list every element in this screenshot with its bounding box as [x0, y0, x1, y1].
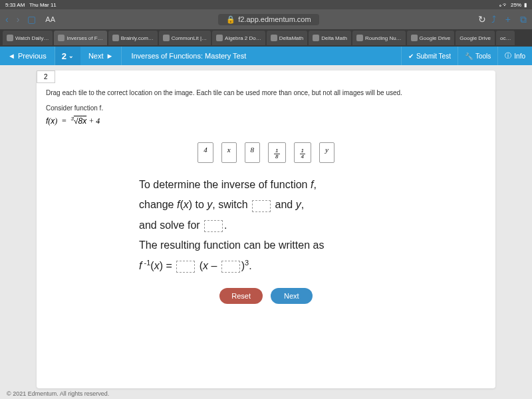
- site-icon: [356, 35, 363, 41]
- tile-8[interactable]: 8: [245, 142, 261, 163]
- tab-deltamath2[interactable]: Delta Math: [309, 31, 351, 45]
- battery-pct: 25%: [511, 2, 521, 8]
- site-icon: [7, 35, 13, 41]
- site-icon: [58, 35, 65, 41]
- result-line: The resulting function can be written as: [139, 239, 324, 251]
- status-time: 5:33 AM: [5, 2, 25, 8]
- ipad-status-bar: 5:33 AM Thu Mar 11 ⚬ ᯤ 25% ▮: [0, 0, 532, 9]
- prev-arrow-icon: ◄: [8, 52, 15, 60]
- site-icon: [313, 35, 319, 41]
- lock-icon: 🔒: [226, 15, 235, 24]
- new-tab-icon[interactable]: +: [505, 14, 511, 25]
- tab-watch-daily[interactable]: Watch Daily…: [3, 31, 53, 45]
- footer-copyright: © 2021 Edmentum. All rights reserved.: [0, 388, 532, 399]
- info-button[interactable]: ⓘ Info: [497, 47, 532, 65]
- tab-inverses[interactable]: Inverses of F…: [54, 31, 106, 45]
- tab-rounding[interactable]: Rounding Nu…: [352, 31, 406, 45]
- function-formula: f(x) = 3√8x + 4: [46, 116, 486, 126]
- main-content-area: 2 Drag each tile to the correct location…: [0, 65, 532, 388]
- drop-zone-2[interactable]: [204, 220, 223, 232]
- url-text: f2.app.edmentum.com: [238, 15, 311, 23]
- browser-tabs: Watch Daily… Inverses of F… Brainly.com……: [0, 29, 532, 47]
- drop-zone-3[interactable]: [176, 261, 195, 273]
- next-arrow-icon: ►: [106, 52, 114, 60]
- next-q-button[interactable]: Next: [271, 288, 313, 304]
- tile-y[interactable]: y: [319, 142, 334, 163]
- submit-test-button[interactable]: ✔ Submit Test: [401, 47, 458, 65]
- tile-one-eighth[interactable]: 18: [268, 142, 285, 163]
- check-icon: ✔: [408, 53, 414, 60]
- question-panel: 2 Drag each tile to the correct location…: [37, 70, 495, 388]
- site-icon: [216, 35, 223, 41]
- wrench-icon: 🔧: [465, 53, 473, 60]
- problem-text: To determine the inverse of function f, …: [46, 175, 486, 276]
- question-number-dropdown[interactable]: 2 ⌄: [55, 47, 80, 65]
- instruction-text: Drag each tile to the correct location o…: [46, 89, 486, 96]
- bookmarks-icon[interactable]: ▢: [27, 14, 36, 25]
- tools-button[interactable]: 🔧 Tools: [458, 47, 497, 65]
- address-bar[interactable]: 🔒 f2.app.edmentum.com: [218, 14, 319, 25]
- drop-zone-4[interactable]: [221, 261, 240, 273]
- tab-deltamath1[interactable]: DeltaMath: [267, 31, 307, 45]
- safari-toolbar: ‹ › ▢ AA 🔒 f2.app.edmentum.com ↻ ⤴ + ⧉: [0, 9, 532, 29]
- question-tab-number: 2: [37, 70, 55, 83]
- page-title: Inverses of Functions: Mastery Test: [122, 52, 400, 60]
- drop-zone-1[interactable]: [252, 200, 271, 212]
- refresh-icon[interactable]: ↻: [478, 14, 486, 25]
- forward-icon[interactable]: ›: [17, 14, 20, 25]
- tile-4[interactable]: 4: [198, 142, 213, 163]
- site-icon: [112, 35, 119, 41]
- chevron-down-icon: ⌄: [68, 53, 74, 59]
- tab-gdrive2[interactable]: Google Drive: [456, 31, 495, 45]
- site-icon: [163, 35, 170, 41]
- tab-brainly[interactable]: Brainly.com…: [108, 31, 158, 45]
- share-icon[interactable]: ⤴: [491, 14, 496, 25]
- action-buttons: Reset Next: [46, 288, 486, 304]
- consider-text: Consider function f.: [46, 104, 486, 112]
- draggable-tiles-row: 4 x 8 18 14 y: [46, 142, 486, 163]
- wifi-icon: ⚬ ᯤ: [499, 2, 508, 8]
- tab-commonlit[interactable]: CommonLit |…: [159, 31, 211, 45]
- tile-x[interactable]: x: [221, 142, 237, 163]
- status-date: Thu Mar 11: [29, 2, 57, 8]
- tabs-icon[interactable]: ⧉: [520, 14, 527, 25]
- tab-oc[interactable]: oc…: [496, 31, 515, 45]
- info-icon: ⓘ: [505, 51, 511, 61]
- reset-button[interactable]: Reset: [219, 288, 263, 304]
- tile-one-fourth[interactable]: 14: [294, 142, 311, 163]
- back-icon[interactable]: ‹: [5, 14, 9, 25]
- battery-icon: ▮: [524, 2, 527, 8]
- tab-algebra[interactable]: Algebra 2 Do…: [212, 31, 265, 45]
- next-button[interactable]: Next ►: [80, 47, 122, 65]
- site-icon: [271, 35, 277, 41]
- site-icon: [411, 35, 418, 41]
- text-size-button[interactable]: AA: [41, 14, 59, 25]
- previous-button[interactable]: ◄ Previous: [0, 47, 55, 65]
- edmentum-header: ◄ Previous 2 ⌄ Next ► Inverses of Functi…: [0, 47, 532, 65]
- tab-gdrive1[interactable]: Google Drive: [407, 31, 455, 45]
